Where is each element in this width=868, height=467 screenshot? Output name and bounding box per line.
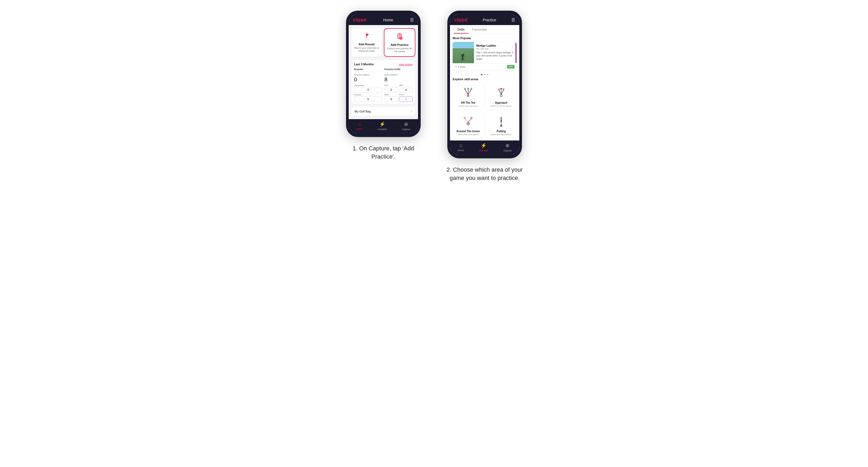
skill-off-the-tee[interactable]: Off The Tee Power and accuracy bbox=[453, 83, 484, 109]
hamburger-icon-1[interactable]: ☰ bbox=[410, 18, 414, 22]
rounds-col: Rounds Rounds Capture 0 Tournament 0 bbox=[354, 68, 382, 102]
phone1-shell: clippd Home ☰ bbox=[346, 11, 421, 137]
featured-card-footer: ⏱ 9 shots APP bbox=[453, 63, 517, 70]
stats-section: Last 3 Months View Activity Rounds Round… bbox=[351, 60, 415, 104]
add-round-title: Add Round bbox=[359, 43, 374, 46]
phone1-content: Add Round Record your shots fast or enha… bbox=[349, 25, 418, 119]
practice-row: Practice 0 bbox=[354, 94, 382, 102]
view-activity-link[interactable]: View Activity bbox=[399, 63, 413, 66]
skill-putting[interactable]: Putting Make and lag practice bbox=[486, 112, 517, 138]
phone1-section: clippd Home ☰ bbox=[343, 11, 423, 161]
off-the-tee-title: Off The Tee bbox=[461, 101, 475, 104]
rounds-sub-grid: Tournament 0 bbox=[354, 84, 382, 93]
most-popular-title: Most Popular bbox=[453, 36, 517, 40]
skill-grid: Off The Tee Power and accuracy bbox=[453, 83, 517, 138]
skill-approach[interactable]: Approach Dial-in to hit the green bbox=[486, 83, 517, 109]
golf-bag-row[interactable]: My Golf Bag › bbox=[351, 106, 415, 116]
tab-drills[interactable]: Drills bbox=[454, 25, 468, 34]
activities-icon-2: ⚡ bbox=[480, 143, 487, 149]
svg-point-22 bbox=[501, 88, 502, 90]
practice-label: Practice bbox=[354, 94, 382, 96]
featured-card-info: ☆ Wedge Ladder 50–100 yds Play 1 shot at… bbox=[474, 42, 517, 63]
add-round-card[interactable]: Add Round Record your shots fast or enha… bbox=[351, 28, 382, 57]
home-icon-2: ⌂ bbox=[459, 143, 462, 148]
nav-capture-1[interactable]: ⊕ Capture bbox=[402, 121, 410, 131]
app-badge: APP bbox=[507, 65, 515, 68]
featured-card-desc: Play 1 shot at each target yardage. If y… bbox=[476, 51, 515, 61]
phone2-screen: clippd Practice ☰ Drills Favourites Most… bbox=[450, 14, 519, 155]
nav-home-2[interactable]: ⌂ Home bbox=[458, 143, 464, 152]
atg-diagram bbox=[461, 114, 475, 128]
golf-bag-label: My Golf Bag bbox=[354, 110, 371, 113]
nav-activities-2[interactable]: ⚡ Activities bbox=[479, 143, 488, 152]
last-3-months-label: Last 3 Months bbox=[354, 63, 374, 66]
drills-col-title: Practice Drills bbox=[384, 68, 413, 72]
nav-activities-1[interactable]: ⚡ Activities bbox=[377, 121, 387, 131]
tab-favourites[interactable]: Favourites bbox=[468, 25, 491, 34]
atg-title: Around The Green bbox=[456, 130, 480, 133]
app-label: APP bbox=[399, 84, 413, 87]
drills-sub-grid: OTT 0 APP 4 bbox=[384, 84, 413, 93]
add-round-subtitle: Record your shots fast or enhanced mode bbox=[353, 46, 380, 53]
action-cards: Add Round Record your shots fast or enha… bbox=[351, 28, 415, 57]
svg-point-30 bbox=[501, 126, 502, 126]
off-the-tee-subtitle: Power and accuracy bbox=[459, 105, 478, 107]
tournament-value: 0 bbox=[354, 87, 382, 93]
svg-point-21 bbox=[498, 89, 500, 90]
rounds-capture-label: Rounds Capture bbox=[354, 73, 382, 76]
putt-item: PUTT 4 bbox=[399, 94, 413, 102]
arg-putt-row: ARG 0 PUTT 4 bbox=[384, 94, 413, 102]
phone1-screen: clippd Home ☰ bbox=[349, 14, 418, 133]
shots-count: ⏱ 9 shots bbox=[455, 66, 466, 68]
add-practice-title: Add Practice bbox=[391, 43, 408, 46]
add-practice-card[interactable]: Add Practice Capture your practice off-t… bbox=[384, 28, 415, 57]
svg-line-20 bbox=[501, 90, 503, 95]
practice-tabs: Drills Favourites bbox=[450, 25, 519, 34]
svg-line-18 bbox=[499, 90, 501, 95]
shots-count-text: 9 shots bbox=[458, 66, 466, 68]
dot-2 bbox=[484, 74, 486, 75]
phone1-header-title: Home bbox=[383, 18, 393, 22]
nav-capture-2[interactable]: ⊕ Capture bbox=[503, 143, 512, 152]
phone2-header-title: Practice bbox=[483, 18, 496, 22]
svg-point-27 bbox=[468, 123, 469, 124]
home-icon-1: ⌂ bbox=[358, 121, 361, 127]
rounds-capture-value: 0 bbox=[354, 76, 382, 83]
featured-card[interactable]: 🏌️ ☆ Wedge Ladder 50–100 yds Play 1 shot… bbox=[453, 42, 517, 70]
tournament-label: Tournament bbox=[354, 84, 382, 87]
svg-point-3 bbox=[399, 35, 400, 36]
tournament-item: Tournament 0 bbox=[354, 84, 382, 93]
off-the-tee-diagram bbox=[461, 86, 475, 100]
phone1-bottom-nav: ⌂ Home ⚡ Activities ⊕ Capture bbox=[349, 119, 418, 133]
drills-capture-label: Drills Capture bbox=[384, 73, 413, 76]
add-round-icon bbox=[362, 31, 371, 41]
practice-item: Practice 0 bbox=[354, 94, 382, 102]
svg-point-13 bbox=[464, 88, 466, 90]
skill-atg[interactable]: Around The Green Hone your short game bbox=[453, 112, 484, 138]
featured-card-title: Wedge Ladder bbox=[476, 44, 515, 47]
svg-point-26 bbox=[471, 117, 472, 119]
svg-point-14 bbox=[468, 88, 469, 90]
ott-value: 0 bbox=[384, 87, 398, 93]
dot-1 bbox=[481, 74, 483, 75]
star-icon[interactable]: ☆ bbox=[511, 44, 515, 48]
app-item: APP 4 bbox=[399, 84, 413, 93]
rounds-col-title: Rounds bbox=[354, 68, 382, 72]
phone2-bottom-nav: ⌂ Home ⚡ Activities ⊕ Capture bbox=[450, 141, 519, 155]
arg-label: ARG bbox=[384, 94, 398, 96]
nav-home-1[interactable]: ⌂ Home bbox=[356, 121, 363, 131]
drills-col: Practice Drills Drills Capture 8 OTT 0 bbox=[384, 68, 413, 102]
practice-value: 0 bbox=[354, 96, 382, 102]
featured-card-range: 50–100 yds bbox=[476, 48, 515, 50]
hamburger-icon-2[interactable]: ☰ bbox=[511, 18, 515, 22]
approach-subtitle: Dial-in to hit the green bbox=[491, 105, 512, 107]
stats-cols: Rounds Rounds Capture 0 Tournament 0 bbox=[354, 68, 413, 102]
phone2-section: clippd Practice ☰ Drills Favourites Most… bbox=[445, 11, 525, 182]
capture-label-2: Capture bbox=[503, 149, 512, 152]
capture-icon-1: ⊕ bbox=[404, 121, 408, 127]
home-label-2: Home bbox=[458, 149, 464, 152]
putting-title: Putting bbox=[497, 130, 506, 133]
phone1-header: clippd Home ☰ bbox=[349, 14, 418, 25]
add-practice-icon bbox=[395, 32, 404, 41]
phone2-shell: clippd Practice ☰ Drills Favourites Most… bbox=[447, 11, 522, 158]
